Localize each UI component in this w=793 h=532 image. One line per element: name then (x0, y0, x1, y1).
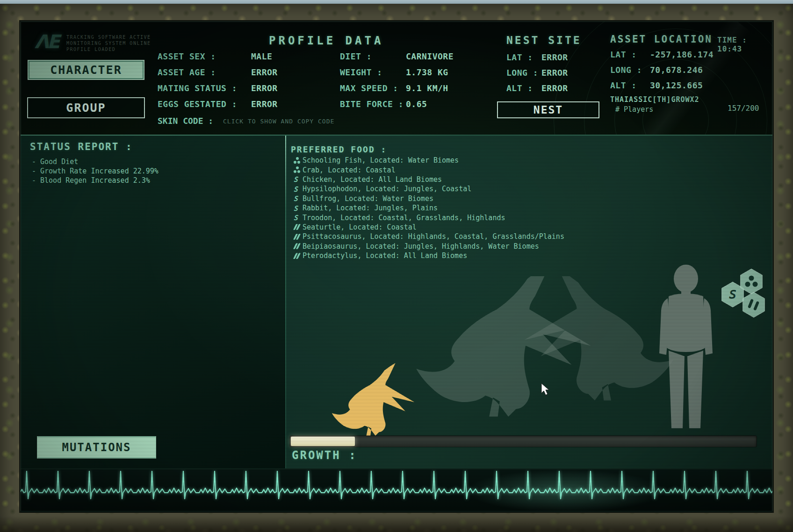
asset-location-title: ASSET LOCATION (610, 34, 713, 45)
status-report-title: STATUS REPORT : (30, 141, 133, 152)
field-value: 70,678.246 (650, 65, 703, 73)
field-value: CARNIVORE (406, 51, 454, 60)
bullet-dash: - (32, 158, 36, 166)
field-value: 1.738 KG (406, 67, 448, 76)
nest-button[interactable]: NEST (497, 101, 599, 118)
field-row: MATING STATUS : ERROR (158, 83, 278, 92)
status-text: Good Diet (40, 158, 78, 166)
bullet-dash: - (32, 176, 36, 185)
food-type-icon: S (293, 175, 301, 183)
food-item: S Chicken, Located: All Land Biomes (293, 175, 564, 184)
food-item-text: Seaturtle, Located: Coastal (303, 223, 417, 231)
heartbeat-monitor (21, 468, 772, 512)
skin-code-label: SKIN CODE : (158, 116, 223, 126)
field-value: MALE (251, 51, 272, 60)
food-type-icon: S (293, 223, 301, 231)
food-item: S Seaturtle, Located: Coastal (293, 223, 564, 232)
server-name: THAIASSIC[TH]GROWX2 (610, 95, 699, 104)
food-item-text: Beipiaosaurus, Located: Jungles, Highlan… (303, 242, 539, 251)
character-tab-button[interactable]: CHARACTER (27, 59, 145, 80)
field-row: ALT : ERROR (506, 83, 568, 92)
field-value: ERROR (251, 67, 278, 76)
food-item: S Rabbit, Located: Jungles, Plains (293, 203, 564, 213)
profile-fields-right: DIET : CARNIVORE WEIGHT : 1.738 KG MAX S… (340, 51, 454, 115)
food-item-text: Bullfrog, Located: Water Biomes (303, 194, 433, 203)
field-label: EGGS GESTATED : (158, 99, 251, 108)
field-row: ASSET SEX : MALE (158, 51, 278, 60)
field-row: DIET : CARNIVORE (340, 51, 454, 60)
preferred-food-list: S Schooling Fish, Located: Water Biomes … (293, 156, 564, 260)
food-item-text: Schooling Fish, Located: Water Biomes (303, 156, 459, 165)
field-value: ERROR (251, 99, 278, 108)
mouse-cursor (541, 383, 550, 396)
system-status-lines: TRACKING SOFTWARE ACTIVEMONITORING SYSTE… (66, 34, 151, 52)
system-status-line: TRACKING SOFTWARE ACTIVE (66, 34, 151, 40)
players-count: 157/200 (728, 104, 759, 113)
field-label: BITE FORCE : (340, 99, 406, 108)
food-item: S Beipiaosaurus, Located: Jungles, Highl… (293, 242, 564, 251)
mutations-button[interactable]: MUTATIONS (36, 436, 157, 459)
skin-code-reveal-button[interactable]: CLICK TO SHOW AND COPY CODE (223, 116, 334, 126)
food-item-text: Psittacosaurus, Located: Highlands, Coas… (303, 232, 564, 241)
profile-data-title: PROFILE DATA (269, 34, 383, 47)
food-item: S Schooling Fish, Located: Water Biomes (293, 156, 564, 165)
food-item-text: Rabbit, Located: Jungles, Plains (303, 204, 438, 212)
food-item: S Bullfrog, Located: Water Biomes (293, 194, 564, 203)
field-value: ERROR (251, 83, 278, 92)
field-label: ALT : (506, 83, 541, 92)
food-item-text: Pterodactylus, Located: All Land Biomes (303, 252, 467, 260)
field-label: LONG : (610, 65, 650, 73)
growth-progress-bar (290, 436, 757, 447)
food-type-icon: S (293, 185, 301, 193)
status-report-panel (21, 136, 285, 468)
field-value: ERROR (541, 52, 568, 61)
field-row: ALT : 30,125.665 (610, 80, 714, 89)
field-label: MAX SPEED : (340, 83, 406, 92)
field-label: MATING STATUS : (158, 83, 251, 92)
food-type-icon: S (293, 166, 301, 174)
status-text: Growth Rate Increased 22.99% (40, 167, 159, 175)
status-report-list: -Good Diet -Growth Rate Increased 22.99%… (32, 157, 159, 185)
field-row: LAT : -257,186.174 (610, 50, 714, 58)
food-type-icon: S (293, 233, 301, 241)
food-item: S Hypsilophodon, Located: Jungles, Coast… (293, 184, 564, 194)
field-label: LAT : (506, 52, 541, 61)
food-type-icon: S (293, 194, 301, 202)
food-type-icon: S (293, 252, 301, 260)
system-status-line: PROFILE LOADED (66, 46, 151, 52)
food-item: S Pterodactylus, Located: All Land Biome… (293, 251, 564, 260)
field-label: ASSET SEX : (158, 51, 251, 60)
food-item-text: Troodon, Located: Coastal, Grasslands, H… (303, 214, 505, 222)
field-label: DIET : (340, 51, 406, 60)
food-item: S Crab, Located: Coastal (293, 165, 564, 174)
field-value: 9.1 KM/H (406, 83, 448, 92)
field-row: ASSET AGE : ERROR (158, 67, 278, 76)
group-tab-button[interactable]: GROUP (27, 97, 145, 118)
field-row: LAT : ERROR (506, 52, 568, 61)
status-report-item: -Blood Regen Increased 2.3% (32, 176, 159, 185)
main-vertical-divider (285, 136, 286, 468)
field-row: BITE FORCE : 0.65 (340, 99, 454, 108)
bullet-dash: - (32, 167, 36, 175)
time-display: TIME : 10:43 (717, 36, 772, 53)
players-label: # Players (615, 105, 653, 114)
profile-fields-left: ASSET SEX : MALE ASSET AGE : ERROR MATIN… (158, 51, 278, 115)
field-label: ALT : (610, 80, 650, 89)
skin-code-row: SKIN CODE : CLICK TO SHOW AND COPY CODE (158, 116, 334, 126)
field-value: 30,125.665 (650, 80, 703, 89)
field-value: ERROR (541, 68, 568, 76)
field-row: LONG : 70,678.246 (610, 65, 714, 73)
ekg-trace (21, 469, 772, 512)
status-report-item: -Good Diet (32, 157, 159, 166)
header-band: ΛE TRACKING SOFTWARE ACTIVEMONITORING SY… (21, 22, 772, 135)
food-item: S Psittacosaurus, Located: Highlands, Co… (293, 232, 564, 241)
field-value: ERROR (541, 83, 568, 92)
field-label: ASSET AGE : (158, 67, 251, 76)
game-screen: ΛE TRACKING SOFTWARE ACTIVEMONITORING SY… (0, 0, 793, 532)
tracker-screen: ΛE TRACKING SOFTWARE ACTIVEMONITORING SY… (21, 22, 772, 511)
field-row: LONG : ERROR (506, 68, 568, 76)
food-item: S Troodon, Located: Coastal, Grasslands,… (293, 213, 564, 222)
food-item-text: Hypsilophodon, Located: Jungles, Coastal (303, 185, 471, 193)
field-label: LAT : (610, 50, 650, 58)
food-item-text: Chicken, Located: All Land Biomes (303, 175, 442, 184)
